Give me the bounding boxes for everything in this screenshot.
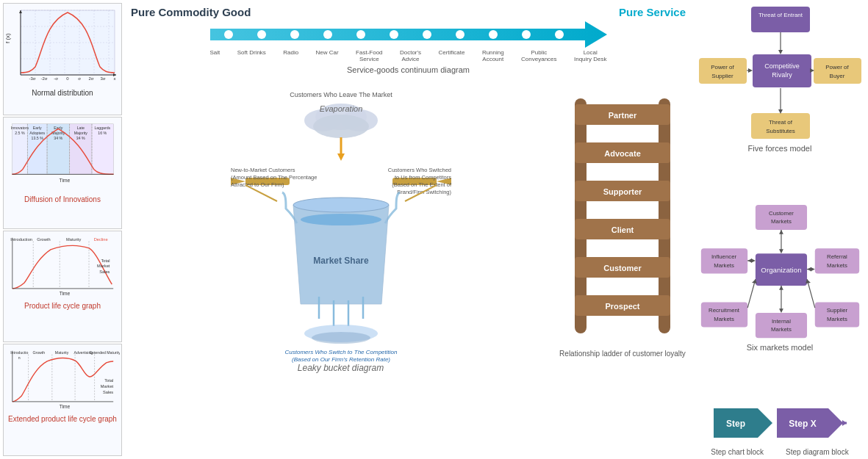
svg-text:Markets: Markets [771,326,792,333]
svg-text:-σ: -σ [54,76,58,81]
svg-marker-77 [210,21,607,48]
step-x-shape-svg: Step X [777,408,847,438]
svg-text:3σ: 3σ [100,76,105,81]
svg-text:Supplier: Supplier [826,307,847,314]
six-markets-title: Six markets model [747,343,813,352]
svg-text:Innovators: Innovators [10,126,29,130]
eplc-svg: Introductio n Growth Maturity Advertisin… [6,347,120,413]
loyalty-section: Partner Advocate Supporter Client Custom… [556,91,689,456]
svg-text:Supplier: Supplier [711,73,734,79]
svg-text:Step: Step [725,419,745,429]
svg-text:Client: Client [611,225,634,234]
svg-text:Sales: Sales [102,390,112,394]
svg-text:Markets: Markets [714,316,734,322]
svg-text:Time: Time [59,291,70,296]
svg-line-188 [807,279,815,308]
svg-text:Markets: Markets [771,218,792,225]
svg-point-87 [522,30,531,39]
svg-text:0: 0 [66,76,69,81]
svg-rect-171 [814,302,858,327]
continuum-subtitle: Service-goods continuum diagram [347,65,470,74]
svg-point-81 [323,30,332,39]
normal-dist-svg: f (x) -3σ -2σ -σ 0 σ 2σ 3σ x [6,7,120,87]
svg-rect-165 [814,248,858,273]
svg-text:Substitutes: Substitutes [766,128,795,134]
svg-text:Customers Who Leave The Market: Customers Who Leave The Market [290,91,392,98]
five-forces: Competitive Rivalry Threat of Entrant Po… [695,3,865,199]
svg-text:Customers Who Switch to The Co: Customers Who Switch to The Competition [284,349,397,355]
svg-text:2σ: 2σ [88,76,93,81]
svg-text:n: n [18,355,20,360]
svg-text:Threat of: Threat of [768,119,792,126]
svg-text:Time: Time [59,405,70,410]
svg-rect-140 [699,58,747,84]
middle-column: Pure Commodity Good Pure Service [125,0,692,459]
svg-point-88 [555,30,564,39]
svg-rect-138 [751,7,810,32]
svg-text:-3σ: -3σ [29,76,35,81]
svg-text:Adopters: Adopters [29,131,45,135]
svg-text:2.5 %: 2.5 % [15,131,25,135]
continuum-header: Pure Commodity Good Pure Service [131,6,686,18]
svg-text:Organization: Organization [761,266,801,274]
plc-title: Product life cycle graph [24,302,101,310]
svg-text:to Us from Competitors: to Us from Competitors [394,174,451,181]
svg-text:Threat of Entrant: Threat of Entrant [758,12,803,18]
step-shape-svg: Step [714,408,772,438]
svg-rect-159 [755,205,806,230]
six-markets-svg: Organization Customer Markets Influencer… [697,202,863,341]
right-column: Competitive Rivalry Threat of Entrant Po… [692,0,868,459]
svg-rect-168 [700,302,747,327]
svg-text:Advocate: Advocate [604,149,641,158]
lower-middle: Evaporation Customers Who Leave The Mark… [128,91,689,456]
svg-text:34 %: 34 % [54,135,62,140]
svg-point-110 [293,198,389,212]
svg-text:16 %: 16 % [98,131,107,135]
svg-text:34 %: 34 % [76,135,85,140]
item-local: LocalInquiry Desk [574,49,606,62]
svg-text:f (x): f (x) [6,33,11,43]
diffusion-title: Diffusion of Innovations [24,195,101,203]
svg-rect-162 [700,248,747,273]
item-fastfood: Fast-FoodService [356,49,382,62]
service-continuum: Pure Commodity Good Pure Service [128,3,689,91]
svg-point-111 [301,214,381,225]
svg-text:Introductio: Introductio [10,351,28,355]
diffusion-svg: Innovators 2.5 % Early Adopters 13.5 % E… [6,120,120,194]
svg-text:(Based on Our Firm's Retention: (Based on Our Firm's Retention Rate) [291,356,390,363]
continuum-arrow [210,21,607,48]
svg-text:Markets: Markets [827,316,847,322]
plc-svg: Introduction Growth Maturity Decline Tim… [6,234,120,300]
svg-text:Partner: Partner [609,111,637,120]
svg-marker-150 [778,50,783,54]
item-new-car: New Car [316,49,339,62]
svg-text:x: x [113,76,115,81]
svg-marker-178 [779,249,783,253]
svg-text:Markets: Markets [827,262,847,269]
item-salt: Salt [210,49,220,62]
svg-point-79 [257,30,266,39]
svg-text:Referral: Referral [827,253,847,260]
svg-text:Customers Who Switched: Customers Who Switched [387,167,451,173]
svg-marker-179 [779,230,783,234]
svg-text:Extended Maturity: Extended Maturity [89,351,119,355]
leaky-bucket-title: Leaky bucket diagram [298,363,384,373]
svg-text:Evaporation: Evaporation [319,104,362,113]
svg-text:Step X: Step X [789,419,816,429]
svg-rect-143 [814,58,861,84]
loyalty-title: Relationship ladder of customer loyalty [559,350,686,358]
svg-marker-185 [807,267,811,272]
step-chart-label: Step chart block [711,448,764,456]
svg-text:Growth: Growth [32,351,45,355]
svg-rect-174 [755,313,806,338]
svg-text:Early: Early [32,126,41,130]
svg-text:Early: Early [54,126,62,130]
item-certificate: Certificate [438,49,465,62]
svg-text:13.5 %: 13.5 % [31,135,43,140]
svg-text:Supporter: Supporter [603,187,642,196]
svg-text:Growth: Growth [37,237,50,242]
pure-commodity-label: Pure Commodity Good [131,6,251,18]
svg-text:Customer: Customer [603,264,642,272]
svg-point-83 [390,30,398,39]
svg-text:(Amount Based on The Percentag: (Amount Based on The Percentage [231,174,317,181]
